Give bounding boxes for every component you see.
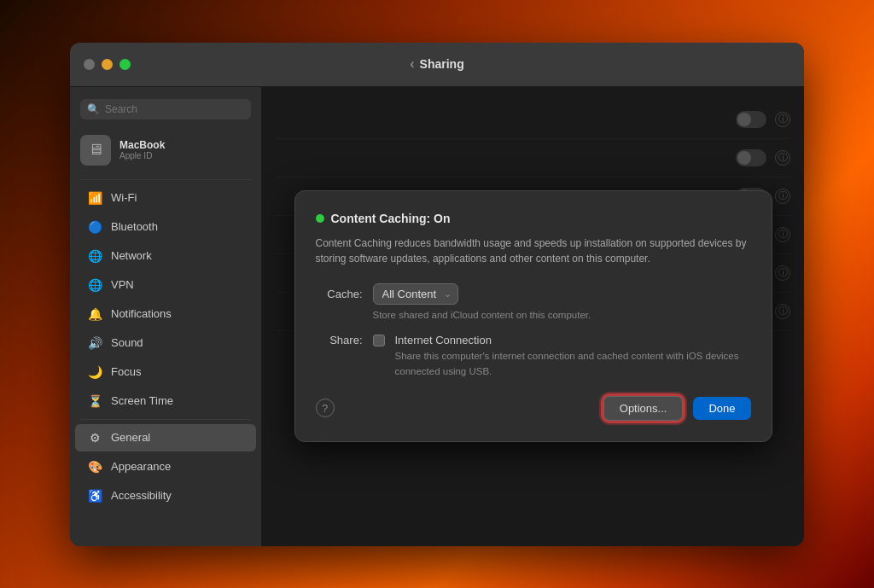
sidebar-divider (80, 179, 251, 180)
title-area: ‹ Sharing (410, 56, 463, 72)
sidebar-item-wifi[interactable]: 📶 Wi-Fi (75, 184, 256, 212)
sidebar-item-screentime[interactable]: ⏳ Screen Time (75, 387, 256, 415)
sidebar-item-sound[interactable]: 🔊 Sound (75, 329, 256, 357)
main-area: 🔍 🖥 MacBook Apple ID 📶 Wi-Fi 🔵 Bluetooth (70, 87, 804, 546)
maximize-button[interactable] (119, 59, 131, 70)
user-sub: Apple ID (119, 151, 165, 160)
close-button[interactable] (84, 59, 95, 70)
sidebar-item-focus[interactable]: 🌙 Focus (75, 358, 256, 386)
search-bar[interactable]: 🔍 (80, 99, 251, 119)
bluetooth-icon: 🔵 (87, 219, 102, 235)
sidebar-item-label: Notifications (111, 307, 172, 320)
cache-row: Cache: All Content ⌄ (316, 283, 751, 305)
focus-icon: 🌙 (87, 364, 102, 380)
sidebar-item-label: Network (111, 249, 152, 262)
sidebar-item-bluetooth[interactable]: 🔵 Bluetooth (75, 213, 256, 241)
modal-description: Content Caching reduces bandwidth usage … (316, 236, 751, 266)
cache-select-wrapper[interactable]: All Content ⌄ (373, 283, 458, 305)
accessibility-icon: ♿ (87, 488, 102, 504)
modal-overlay: Content Caching: On Content Caching redu… (262, 87, 804, 546)
general-icon: ⚙ (87, 430, 102, 445)
sidebar-item-label: VPN (111, 278, 134, 291)
sidebar-item-accessibility[interactable]: ♿ Accessibility (75, 482, 256, 509)
modal-header: Content Caching: On (316, 212, 751, 225)
content-area: ⓘ ⓘ ⓘ ⓘ ⓘ (262, 87, 804, 546)
traffic-lights (84, 59, 131, 70)
sidebar-item-notifications[interactable]: 🔔 Notifications (75, 300, 256, 328)
back-button[interactable]: ‹ (410, 56, 414, 72)
wifi-icon: 📶 (87, 190, 102, 206)
sound-icon: 🔊 (87, 335, 102, 351)
search-input[interactable] (105, 103, 244, 115)
user-info: MacBook Apple ID (119, 139, 165, 160)
share-option-label: Internet Connection (395, 334, 751, 346)
modal-title: Content Caching: On (331, 212, 451, 225)
notifications-icon: 🔔 (87, 306, 102, 322)
minimize-button[interactable] (102, 59, 113, 70)
sidebar-item-label: Screen Time (111, 394, 173, 407)
sidebar-item-vpn[interactable]: 🌐 VPN (75, 271, 256, 299)
system-preferences-window: ‹ Sharing 🔍 🖥 MacBook Apple ID 📶 Wi-Fi (70, 43, 804, 546)
titlebar: ‹ Sharing (70, 43, 804, 87)
window-title: Sharing (420, 57, 464, 71)
cache-sublabel: Store shared and iCloud content on this … (373, 310, 751, 320)
avatar: 🖥 (80, 135, 111, 166)
cache-label: Cache: (316, 288, 363, 300)
share-option-desc: Share this computer's internet connectio… (395, 349, 751, 379)
sidebar-item-label: Wi-Fi (111, 191, 137, 204)
sidebar: 🔍 🖥 MacBook Apple ID 📶 Wi-Fi 🔵 Bluetooth (70, 87, 262, 546)
network-icon: 🌐 (87, 248, 102, 264)
sidebar-item-appearance[interactable]: 🎨 Appearance (75, 453, 256, 480)
sidebar-divider-2 (80, 419, 251, 420)
cache-select[interactable]: All Content (373, 283, 458, 305)
share-label: Share: (316, 334, 363, 346)
modal-footer: ? Options... Done (316, 396, 751, 421)
options-button[interactable]: Options... (603, 396, 684, 421)
search-icon: 🔍 (87, 103, 100, 115)
vpn-icon: 🌐 (87, 277, 102, 293)
sidebar-item-network[interactable]: 🌐 Network (75, 242, 256, 270)
internet-connection-checkbox[interactable] (373, 335, 385, 346)
sidebar-item-label: Focus (111, 365, 141, 378)
sidebar-item-general[interactable]: ⚙ General (75, 424, 256, 451)
sidebar-item-label: Bluetooth (111, 220, 158, 233)
status-dot (316, 214, 324, 223)
help-button[interactable]: ? (316, 399, 335, 417)
share-row: Share: Internet Connection Share this co… (316, 334, 751, 379)
done-button[interactable]: Done (693, 397, 750, 420)
user-name: MacBook (119, 139, 165, 151)
share-right: Internet Connection Share this computer'… (395, 334, 751, 379)
user-profile[interactable]: 🖥 MacBook Apple ID (70, 128, 261, 172)
screentime-icon: ⏳ (87, 393, 102, 409)
sidebar-item-label: Accessibility (111, 489, 172, 502)
appearance-icon: 🎨 (87, 459, 102, 474)
sidebar-item-label: Appearance (111, 460, 171, 473)
sidebar-item-label: General (111, 431, 150, 444)
content-caching-modal: Content Caching: On Content Caching redu… (294, 190, 772, 442)
sidebar-item-label: Sound (111, 336, 143, 349)
